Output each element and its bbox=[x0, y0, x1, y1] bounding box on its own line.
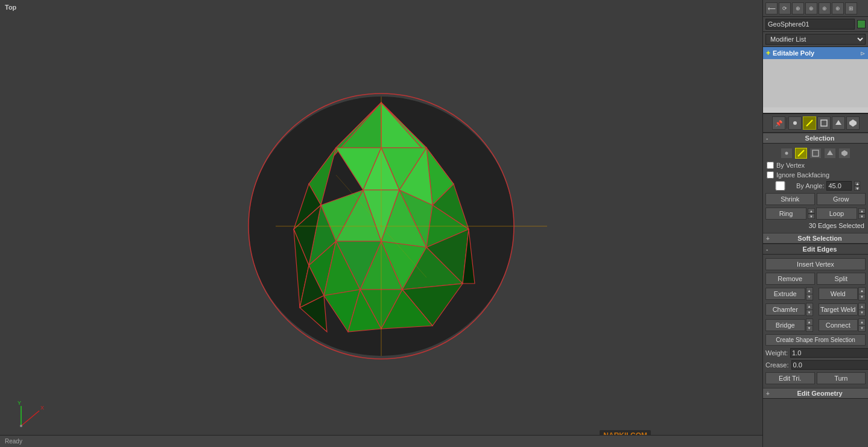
sub-icon-polygon[interactable] bbox=[832, 116, 845, 130]
selection-section-content: By Vertex Ignore Backfacing By Angle: ▲ … bbox=[763, 144, 868, 233]
viewport-label: Top bbox=[5, 4, 16, 11]
svg-point-51 bbox=[785, 152, 788, 155]
chamfer-spin-down[interactable]: ▼ bbox=[806, 310, 813, 316]
weight-input[interactable] bbox=[790, 348, 868, 358]
angle-spinners: ▲ ▼ bbox=[854, 181, 860, 191]
bridge-with-spinner: Bridge ▲ ▼ bbox=[765, 319, 813, 332]
chamfer-button[interactable]: Chamfer bbox=[765, 303, 805, 315]
object-color-box[interactable] bbox=[857, 20, 866, 28]
loop-spin-down[interactable]: ▼ bbox=[858, 214, 866, 219]
ignore-backfacing-checkbox[interactable] bbox=[767, 171, 774, 179]
toolbar-icon-3[interactable]: ⊕ bbox=[792, 2, 804, 14]
svg-marker-55 bbox=[841, 150, 847, 156]
insert-vertex-button[interactable]: Insert Vertex bbox=[765, 258, 866, 270]
by-vertex-row: By Vertex bbox=[765, 160, 866, 170]
connect-spin-down[interactable]: ▼ bbox=[859, 326, 865, 332]
toolbar-icon-2[interactable]: ⟳ bbox=[779, 2, 791, 14]
angle-spin-down[interactable]: ▼ bbox=[854, 186, 860, 191]
ring-loop-row: Ring ▲ ▼ Loop ▲ ▼ bbox=[765, 206, 866, 221]
ring-spin-down[interactable]: ▼ bbox=[808, 214, 815, 219]
toolbar-icon-7[interactable]: ⊞ bbox=[845, 2, 857, 14]
sel-icon-edge[interactable] bbox=[795, 148, 807, 159]
bridge-spin-down[interactable]: ▼ bbox=[806, 326, 813, 332]
chamfer-spinner[interactable]: ▲ ▼ bbox=[806, 303, 813, 316]
create-shape-row: Create Shape From Selection bbox=[765, 333, 866, 347]
edit-edges-toggle: - bbox=[766, 246, 772, 253]
extrude-spin-down[interactable]: ▼ bbox=[806, 294, 813, 300]
by-vertex-checkbox[interactable] bbox=[767, 162, 774, 169]
bridge-button[interactable]: Bridge bbox=[765, 319, 805, 331]
soft-selection-section-header[interactable]: + Soft Selection bbox=[763, 233, 868, 244]
ring-spin-up[interactable]: ▲ bbox=[808, 208, 815, 214]
sub-icon-vertex[interactable] bbox=[788, 116, 802, 130]
selection-toggle: - bbox=[766, 135, 772, 142]
chamfer-spin-up[interactable]: ▲ bbox=[806, 303, 813, 310]
selection-title: Selection bbox=[775, 135, 865, 142]
sub-icon-border[interactable] bbox=[817, 116, 831, 130]
sub-icon-pin[interactable]: 📌 bbox=[772, 116, 785, 130]
toolbar-icon-5[interactable]: ⊕ bbox=[819, 2, 831, 14]
by-angle-label: By Angle: bbox=[796, 182, 824, 189]
edit-tri-button[interactable]: Edit Tri. bbox=[765, 372, 815, 384]
extrude-button[interactable]: Extrude bbox=[765, 288, 805, 300]
sel-icon-element[interactable] bbox=[838, 148, 851, 159]
object-name-field[interactable] bbox=[765, 19, 855, 30]
weld-spinner[interactable]: ▲ ▼ bbox=[858, 287, 866, 300]
weight-row: Weight: ▲ ▼ bbox=[765, 347, 866, 359]
sub-icon-edge[interactable] bbox=[803, 116, 816, 130]
sub-icon-element[interactable] bbox=[846, 116, 860, 130]
shrink-button[interactable]: Shrink bbox=[765, 193, 815, 205]
weld-spin-down[interactable]: ▼ bbox=[859, 294, 865, 300]
svg-line-41 bbox=[21, 411, 39, 426]
crease-row: Crease: ▲ ▼ bbox=[765, 359, 866, 371]
ring-button[interactable]: Ring bbox=[765, 208, 806, 220]
connect-with-spinner: Connect ▲ ▼ bbox=[819, 319, 866, 332]
selection-section-header[interactable]: - Selection bbox=[763, 133, 868, 144]
weld-button[interactable]: Weld bbox=[819, 288, 858, 300]
split-button[interactable]: Split bbox=[817, 273, 866, 285]
target-weld-spin-up[interactable]: ▲ bbox=[859, 303, 865, 310]
modifier-list-dropdown[interactable]: Modifier List bbox=[765, 34, 866, 45]
angle-spin-up[interactable]: ▲ bbox=[854, 181, 860, 186]
by-angle-checkbox[interactable] bbox=[767, 181, 794, 191]
toolbar-icon-1[interactable]: ⟵ bbox=[765, 2, 778, 14]
connect-button[interactable]: Connect bbox=[819, 319, 858, 331]
modifier-item-editable-poly[interactable]: + Editable Poly ⊳ bbox=[763, 47, 868, 59]
target-weld-spinner[interactable]: ▲ ▼ bbox=[858, 303, 866, 316]
connect-spinner[interactable]: ▲ ▼ bbox=[858, 319, 866, 332]
sel-icon-polygon[interactable] bbox=[824, 148, 836, 159]
modifier-pin-icon[interactable]: ⊳ bbox=[860, 50, 865, 57]
sel-icon-vertex[interactable] bbox=[781, 148, 793, 159]
loop-button[interactable]: Loop bbox=[816, 208, 857, 220]
loop-spinner: ▲ ▼ bbox=[858, 208, 866, 219]
connect-spin-up[interactable]: ▲ bbox=[859, 319, 865, 326]
bridge-spinner[interactable]: ▲ ▼ bbox=[806, 319, 813, 332]
toolbar-icon-6[interactable]: ⊕ bbox=[832, 2, 844, 14]
crease-input[interactable] bbox=[791, 360, 868, 370]
svg-marker-54 bbox=[827, 150, 833, 155]
svg-text:Y: Y bbox=[17, 400, 21, 406]
object-name-bar bbox=[763, 17, 868, 32]
ignore-backfacing-label: Ignore Backfacing bbox=[776, 171, 829, 179]
modifier-stack-bg bbox=[763, 59, 868, 107]
weld-spin-up[interactable]: ▲ bbox=[859, 288, 865, 294]
edit-geometry-section-header[interactable]: + Edit Geometry bbox=[763, 388, 868, 399]
extrude-spin-up[interactable]: ▲ bbox=[806, 288, 813, 294]
remove-button[interactable]: Remove bbox=[765, 273, 815, 285]
extrude-spinner[interactable]: ▲ ▼ bbox=[806, 287, 813, 300]
sel-icon-border[interactable] bbox=[809, 148, 822, 159]
bridge-spin-up[interactable]: ▲ bbox=[806, 319, 813, 326]
svg-rect-53 bbox=[813, 150, 819, 156]
create-shape-button[interactable]: Create Shape From Selection bbox=[765, 334, 866, 346]
toolbar-icon-4[interactable]: ⊕ bbox=[805, 2, 817, 14]
target-weld-spin-down[interactable]: ▼ bbox=[859, 310, 865, 316]
loop-spin-up[interactable]: ▲ bbox=[858, 208, 866, 214]
turn-button[interactable]: Turn bbox=[817, 372, 866, 384]
axis-indicator: X Y bbox=[15, 399, 45, 429]
grow-button[interactable]: Grow bbox=[817, 193, 866, 205]
viewport[interactable]: Top bbox=[0, 0, 762, 447]
modifier-expand-icon: + bbox=[766, 49, 770, 57]
angle-value-input[interactable] bbox=[826, 181, 852, 191]
edit-edges-section-header[interactable]: - Edit Edges bbox=[763, 244, 868, 255]
target-weld-button[interactable]: Target Weld bbox=[819, 303, 858, 315]
